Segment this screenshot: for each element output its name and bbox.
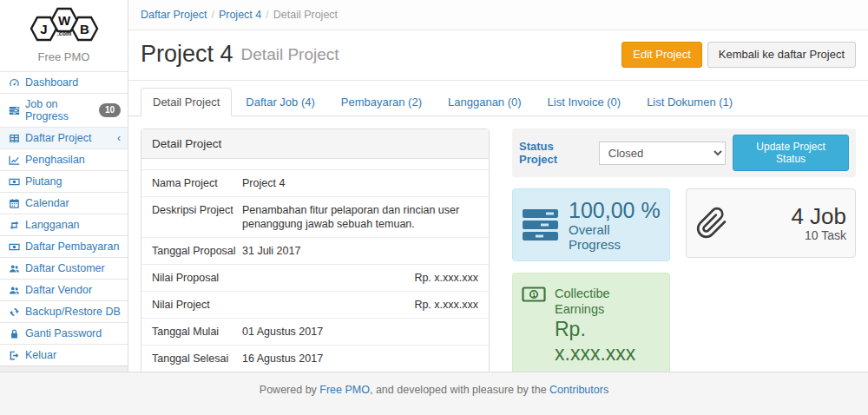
tab-detail-project[interactable]: Detail Project [141,88,232,116]
panel-title: Detail Project [141,129,489,159]
svg-text:J: J [40,22,47,36]
detail-row-label: Deskripsi Project [152,203,242,231]
tasks-icon [8,105,20,116]
retweet-icon [8,220,20,231]
page-title: Project 4 [141,41,233,68]
job-count-value: 4 Job [791,204,846,228]
detail-row: Tanggal Proposal 31 Juli 2017 [141,237,489,264]
sidebar-item-keluar[interactable]: Keluar [0,344,128,366]
detail-row-label: Tanggal Selesai [152,352,242,366]
right-column: Status Project Closed Update Project Sta… [512,128,856,375]
footer-text: Powered by [260,384,319,396]
svg-text:1: 1 [532,291,536,299]
sidebar-item-backup-restore-db[interactable]: Backup/Restore DB [0,300,128,322]
overall-progress-value: 100,00 % [569,198,661,222]
earnings-value: Rp. x.xxx.xxx [555,317,661,366]
svg-text:.com: .com [56,30,70,36]
money-icon [8,176,20,188]
sidebar-item-daftar-pembayaran[interactable]: Daftar Pembayaran [0,235,128,257]
status-project-select[interactable]: Closed [599,142,726,165]
svg-text:B: B [80,22,89,36]
tab-langganan-0[interactable]: Langganan (0) [436,88,534,116]
update-project-status-button[interactable]: Update Project Status [733,135,849,171]
footer-link-contributors[interactable]: Contributors [549,384,608,396]
detail-row-label: Tanggal Mulai [152,325,242,339]
page-header: Project 4 Detail Project Edit Project Ke… [128,30,868,81]
detail-row-label: Tanggal Proposal [152,244,242,258]
detail-row-label: Nama Project [152,176,242,190]
calendar-icon [8,198,20,209]
money-icon: 1 [522,286,546,303]
refresh-icon [8,306,20,318]
detail-row: Nilai Proposal Rp. x.xxx.xxx [141,264,489,291]
footer: Powered by Free PMO, and developed with … [0,372,868,415]
sidebar-item-ganti-password[interactable]: Ganti Password [0,322,128,344]
edit-project-button[interactable]: Edit Project [621,42,701,68]
detail-row-value: Project 4 [242,176,478,190]
users-icon [8,263,20,274]
detail-row-value: Penambahan fitur pelaporan dan rincian u… [242,203,478,231]
count-badge: 10 [99,103,121,117]
app-window: J W B .com Free PMO Dashboard Job on Pro… [0,0,868,415]
svg-text:W: W [57,13,70,28]
sidebar-item-penghasilan[interactable]: Penghasilan [0,148,128,170]
dashboard-icon [8,77,20,89]
sidebar-item-dashboard[interactable]: Dashboard [0,71,128,93]
detail-row: Deskripsi Project Penambahan fitur pelap… [141,196,489,237]
tab-list-dokumen-1[interactable]: List Dokumen (1) [635,88,745,116]
sidebar-item-daftar-vendor[interactable]: Daftar Vendor [0,279,128,300]
detail-row-label: Nilai Project [152,298,242,312]
detail-row-value: 01 Agustus 2017 [242,325,478,339]
chevron-left-icon: ‹ [117,132,121,144]
sidebar-item-piutang[interactable]: Piutang [0,170,128,192]
sidebar-menu: Dashboard Job on Progress 10 Daftar Proj… [0,71,128,366]
collectible-earnings-box: 1 Collectibe Earnings Rp. x.xxx.xxx [512,273,670,375]
detail-row: Tanggal Selesai 16 Agustus 2017 [141,345,489,372]
sidebar-item-langganan[interactable]: Langganan [0,214,128,235]
tab-pembayaran-2[interactable]: Pembayaran (2) [329,88,434,116]
breadcrumb-separator: / [211,9,214,21]
lock-icon [8,328,20,339]
overall-progress-box: 100,00 % Overall Progress [512,188,670,261]
tasks-icon [522,208,560,242]
tab-list-invoice-0[interactable]: List Invoice (0) [536,88,634,116]
sidebar-item-calendar[interactable]: Calendar [0,192,128,214]
tab-bar: Detail ProjectDaftar Job (4)Pembayaran (… [128,88,868,116]
earnings-title: Collectibe Earnings [555,286,661,317]
money-icon [8,241,20,253]
paperclip-icon [695,205,728,241]
breadcrumb-item[interactable]: Daftar Project [141,9,207,21]
sidebar-item-daftar-project[interactable]: Daftar Project ‹ [0,127,128,148]
footer-link-free-pmo[interactable]: Free PMO [319,384,370,396]
sidebar-item-job-on-progress[interactable]: Job on Progress 10 [0,93,128,127]
line-chart-icon [8,155,20,166]
detail-row: Nilai Project Rp. x.xxx.xxx [141,291,489,318]
breadcrumb-item: Detail Project [273,9,338,21]
jwb-logo-icon: J W B .com [27,6,102,44]
overall-progress-label: Overall Progress [569,222,661,252]
breadcrumb-item[interactable]: Project 4 [219,9,261,21]
status-project-label: Status Project [519,140,592,166]
table-icon [8,133,20,144]
detail-row-value: 31 Juli 2017 [242,244,478,258]
detail-row-value: 16 Agustus 2017 [242,352,478,366]
sidebar-item-daftar-customer[interactable]: Daftar Customer [0,257,128,279]
task-count-value: 10 Task [791,228,846,242]
main-content: Daftar Project/Project 4/Detail Project … [128,0,868,372]
sign-out-icon [8,350,20,361]
sidebar: J W B .com Free PMO Dashboard Job on Pro… [0,0,128,372]
detail-row-value: Rp. x.xxx.xxx [242,298,478,312]
footer-text-middle: , and developed with pleasure by the [370,384,549,396]
tab-daftar-job-4[interactable]: Daftar Job (4) [233,88,326,116]
page-subtitle: Detail Project [241,45,339,64]
status-project-form: Status Project Closed Update Project Sta… [512,128,856,177]
brand-name: Free PMO [0,49,128,71]
jwb-logo: J W B .com [0,0,128,49]
back-to-project-list-button[interactable]: Kembali ke daftar Project [707,42,856,68]
detail-row: Tanggal Mulai 01 Agustus 2017 [141,318,489,345]
users-icon [8,285,20,296]
detail-row-label: Nilai Proposal [152,271,242,285]
job-count-box: 4 Job 10 Task [686,188,856,258]
breadcrumb: Daftar Project/Project 4/Detail Project [128,0,868,30]
detail-row-value: Rp. x.xxx.xxx [242,271,478,285]
